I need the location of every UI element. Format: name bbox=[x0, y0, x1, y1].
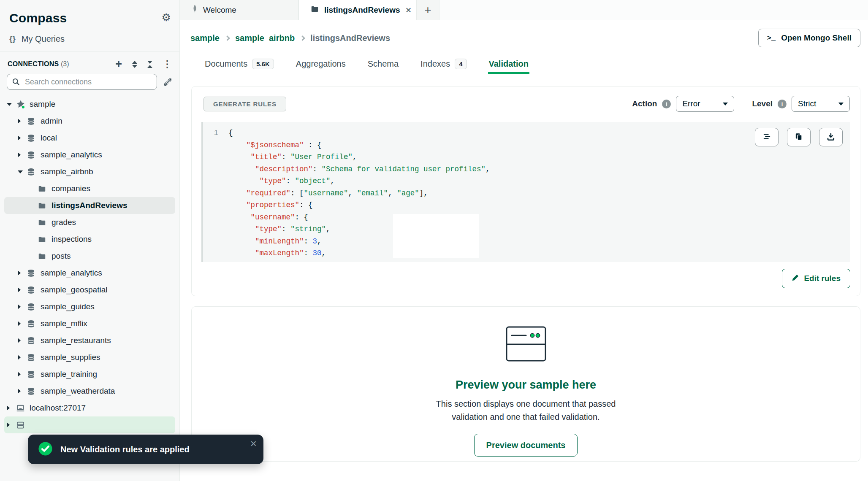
download-code-button[interactable] bbox=[819, 128, 843, 146]
tree-item-sample_geospatial[interactable]: sample_geospatial bbox=[4, 281, 175, 298]
tab-welcome[interactable]: Welcome bbox=[180, 0, 298, 20]
tree-item-label: sample bbox=[30, 100, 55, 109]
caret-right-icon[interactable] bbox=[18, 152, 27, 157]
tree-item-label: grades bbox=[52, 218, 76, 227]
documents-count-badge: 5.6K bbox=[252, 59, 274, 69]
tree-item-sample_analytics[interactable]: sample_analytics bbox=[4, 146, 175, 163]
app-window: Compass ⚙ {} My Queries CONNECTIONS (3) … bbox=[0, 0, 868, 481]
curly-braces-icon: {} bbox=[9, 34, 16, 43]
format-code-button[interactable] bbox=[755, 128, 778, 146]
caret-right-icon[interactable] bbox=[7, 405, 16, 411]
tree-item-label: sample_restaurants bbox=[41, 336, 111, 345]
caret-right-icon[interactable] bbox=[18, 304, 27, 309]
caret-right-icon[interactable] bbox=[18, 389, 27, 394]
generate-rules-button[interactable]: GENERATE RULES bbox=[203, 97, 286, 111]
tree-item-label: sample_training bbox=[41, 370, 97, 379]
collapse-all-icon[interactable] bbox=[147, 61, 152, 68]
connections-header: CONNECTIONS (3) + ⋮ bbox=[0, 52, 179, 70]
sidebar-item-my-queries[interactable]: {} My Queries bbox=[0, 30, 179, 47]
tree-item-admin[interactable]: admin bbox=[4, 113, 175, 130]
settings-gear-icon[interactable]: ⚙ bbox=[162, 12, 171, 23]
folder-icon bbox=[38, 219, 51, 227]
caret-right-icon[interactable] bbox=[7, 422, 16, 427]
tree-item-connection[interactable] bbox=[4, 416, 175, 433]
line-number: 1 bbox=[203, 122, 225, 262]
action-info-icon[interactable]: i bbox=[662, 100, 671, 108]
level-label: Level bbox=[752, 99, 773, 108]
workspace-tabbar: Welcome listingsAndReviews × + bbox=[180, 0, 868, 20]
folder-icon bbox=[38, 252, 51, 260]
db-icon bbox=[27, 320, 40, 328]
folder-icon bbox=[38, 235, 51, 243]
caret-right-icon[interactable] bbox=[18, 135, 27, 141]
app-title: Compass bbox=[9, 11, 67, 25]
tree-item-listingsAndReviews[interactable]: listingsAndReviews bbox=[4, 197, 175, 214]
caret-right-icon[interactable] bbox=[18, 321, 27, 326]
tree-item-sample_supplies[interactable]: sample_supplies bbox=[4, 349, 175, 366]
tree-item-sample_guides[interactable]: sample_guides bbox=[4, 298, 175, 315]
caret-down-icon[interactable] bbox=[7, 103, 16, 106]
db-icon bbox=[27, 168, 40, 176]
tree-item-sample_mflix[interactable]: sample_mflix bbox=[4, 315, 175, 332]
caret-down-icon[interactable] bbox=[18, 170, 27, 173]
action-select[interactable]: Error bbox=[676, 96, 734, 112]
workspace: Welcome listingsAndReviews × + sample sa… bbox=[180, 0, 868, 481]
connections-menu-icon[interactable]: ⋮ bbox=[163, 60, 172, 68]
copy-code-button[interactable] bbox=[787, 128, 811, 146]
caret-right-icon[interactable] bbox=[18, 119, 27, 124]
caret-right-icon[interactable] bbox=[18, 287, 27, 292]
download-icon bbox=[827, 132, 835, 142]
expand-all-icon[interactable] bbox=[132, 61, 137, 68]
subtab-indexes[interactable]: Indexes4 bbox=[420, 56, 467, 74]
close-tab-icon[interactable]: × bbox=[406, 5, 412, 15]
caret-right-icon[interactable] bbox=[18, 270, 27, 276]
subtab-schema[interactable]: Schema bbox=[367, 56, 399, 74]
disconnect-icon[interactable] bbox=[163, 77, 173, 87]
collection-subtabs: Documents5.6K Aggregations Schema Indexe… bbox=[180, 56, 868, 74]
breadcrumb-database[interactable]: sample_airbnb bbox=[235, 33, 295, 43]
breadcrumb-connection[interactable]: sample bbox=[190, 33, 220, 43]
indexes-count-badge: 4 bbox=[455, 59, 467, 69]
tree-item-localhost:27017[interactable]: localhost:27017 bbox=[4, 400, 175, 416]
tree-item-companies[interactable]: companies bbox=[4, 180, 175, 197]
success-toast: New Validation rules are applied × bbox=[28, 435, 263, 464]
search-connections-input[interactable] bbox=[7, 74, 157, 90]
tree-item-sample_training[interactable]: sample_training bbox=[4, 366, 175, 383]
folder-icon bbox=[38, 185, 51, 193]
add-connection-icon[interactable]: + bbox=[115, 60, 122, 68]
tree-item-label: posts bbox=[52, 251, 71, 261]
tree-item-sample[interactable]: sample bbox=[4, 96, 175, 113]
tree-item-posts[interactable]: posts bbox=[4, 248, 175, 265]
tab-listings-and-reviews[interactable]: listingsAndReviews × bbox=[298, 0, 417, 20]
copy-icon bbox=[795, 132, 803, 142]
subtab-aggregations[interactable]: Aggregations bbox=[295, 56, 347, 74]
subtab-validation[interactable]: Validation bbox=[488, 56, 529, 74]
tree-item-label: sample_geospatial bbox=[41, 285, 107, 295]
toast-close-icon[interactable]: × bbox=[250, 438, 257, 449]
caret-right-icon[interactable] bbox=[18, 355, 27, 360]
level-info-icon[interactable]: i bbox=[778, 100, 787, 108]
new-tab-button[interactable]: + bbox=[417, 0, 439, 20]
shell-button-label: Open Mongo Shell bbox=[781, 33, 852, 43]
tree-item-local[interactable]: local bbox=[4, 130, 175, 146]
level-select[interactable]: Strict bbox=[792, 96, 850, 112]
tree-item-sample_analytics[interactable]: sample_analytics bbox=[4, 265, 175, 281]
edit-rules-button[interactable]: Edit rules bbox=[782, 269, 850, 288]
db-icon bbox=[27, 117, 40, 125]
tree-item-sample_restaurants[interactable]: sample_restaurants bbox=[4, 332, 175, 349]
tree-item-sample_airbnb[interactable]: sample_airbnb bbox=[4, 163, 175, 180]
preview-documents-button[interactable]: Preview documents bbox=[474, 434, 578, 457]
caret-right-icon[interactable] bbox=[18, 372, 27, 377]
validation-rules-editor[interactable]: 1 { "$jsonschema" : { "title": "User Pro… bbox=[201, 122, 850, 262]
tree-item-grades[interactable]: grades bbox=[4, 214, 175, 231]
tree-item-inspections[interactable]: inspections bbox=[4, 231, 175, 248]
breadcrumb-collection: listingsAndReviews bbox=[310, 33, 390, 43]
open-mongo-shell-button[interactable]: >_ Open Mongo Shell bbox=[758, 29, 860, 47]
my-queries-label: My Queries bbox=[22, 34, 65, 44]
subtab-documents[interactable]: Documents5.6K bbox=[204, 56, 275, 74]
tree-item-sample_weatherdata[interactable]: sample_weatherdata bbox=[4, 383, 175, 400]
caret-right-icon[interactable] bbox=[18, 338, 27, 343]
db-icon bbox=[27, 269, 40, 277]
action-label: Action bbox=[632, 99, 657, 108]
db-icon bbox=[27, 303, 40, 311]
